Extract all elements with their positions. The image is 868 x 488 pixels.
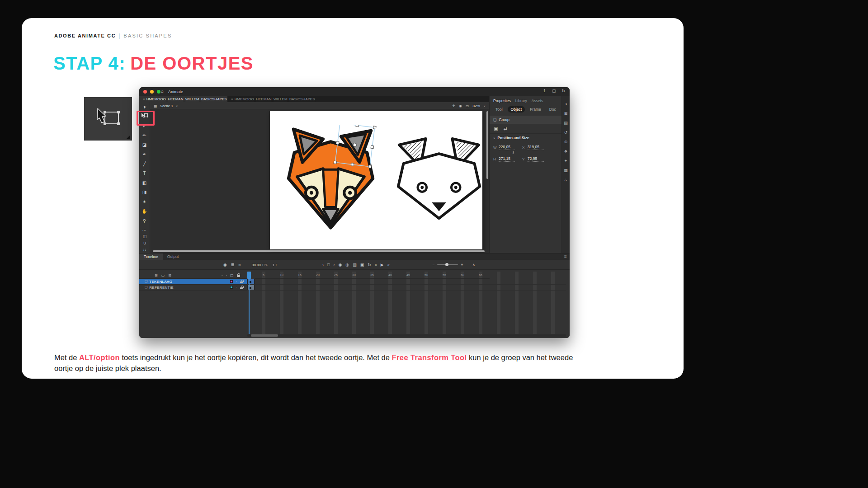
close-window-button[interactable] xyxy=(143,90,147,94)
info-icon[interactable]: ⊕ xyxy=(564,140,568,144)
properties-subtab[interactable]: Tool xyxy=(492,106,506,113)
delete-layer-icon[interactable]: ⊠ xyxy=(168,273,171,277)
home-icon[interactable]: ⌂ xyxy=(161,89,164,94)
edit-multiple-frames-icon[interactable]: ▥ xyxy=(353,263,357,267)
lock-column-icon[interactable] xyxy=(237,274,240,277)
sync-icon[interactable]: ↻ xyxy=(561,89,565,93)
TEKENLAAG[interactable]: ❏ TEKENLAAG ∙ xyxy=(139,279,247,285)
layer-depth-icon[interactable]: ≣ xyxy=(231,263,235,267)
timeline-tab[interactable]: Output xyxy=(163,253,184,260)
text-tool-icon[interactable]: T xyxy=(141,171,149,176)
camera-icon[interactable]: ◉ xyxy=(223,263,227,267)
play-icon[interactable]: ▶ xyxy=(381,263,384,267)
scene-label[interactable]: Scene 1 xyxy=(160,104,173,108)
paint-bucket-tool-icon[interactable]: ◧ xyxy=(141,180,149,186)
frame-row-referentie[interactable] xyxy=(247,285,566,291)
properties-subtab[interactable]: Doc xyxy=(546,106,559,113)
share-icon[interactable]: ↥ xyxy=(542,89,546,93)
asset-warp-tool-icon[interactable]: ✶ xyxy=(141,199,149,205)
canvas-vertical-scrollbar[interactable] xyxy=(486,111,488,179)
width-value-field[interactable]: 220,05 xyxy=(499,145,515,150)
onion-skin-icon[interactable]: ◉ xyxy=(338,263,342,267)
app-menu-animate[interactable]: Animate xyxy=(168,89,183,94)
zoom-chevron-icon[interactable]: ∨ xyxy=(484,104,486,108)
layer-visibility-dot-icon[interactable]: ∙ xyxy=(236,280,237,283)
swap-symbol-icon[interactable]: ⇄ xyxy=(503,126,507,131)
components-icon[interactable]: ▦ xyxy=(564,169,568,173)
camera-column-icon[interactable]: ◦ xyxy=(222,273,223,277)
height-value-field[interactable]: 271,15 xyxy=(499,156,515,162)
canvas-horizontal-scrollbar[interactable] xyxy=(153,250,485,252)
timeline-panel-menu-icon[interactable]: ≣ xyxy=(564,254,567,258)
position-size-section-header[interactable]: ∨ Position and Size xyxy=(490,134,561,142)
swatches-icon[interactable]: ❖ xyxy=(564,150,567,154)
zoom-tool-icon[interactable]: ⚲ xyxy=(141,218,149,224)
layer-outline-color-swatch[interactable] xyxy=(230,280,233,283)
timeline-scrollbar-track[interactable] xyxy=(247,334,566,337)
close-tab-icon[interactable]: × xyxy=(231,97,233,101)
panel-tab[interactable]: Library xyxy=(515,99,527,103)
libraries-icon[interactable]: ▤ xyxy=(564,121,568,125)
insert-frame-icon[interactable]: □ xyxy=(327,263,330,267)
timeline-zoom-out-icon[interactable]: − xyxy=(432,263,434,267)
layer-name[interactable]: REFERENTIE xyxy=(149,286,174,290)
snap-to-objects-icon[interactable]: ∪ xyxy=(143,241,146,245)
timeline-scrollbar-thumb[interactable] xyxy=(251,334,278,337)
brush-library-icon[interactable]: ✦ xyxy=(564,159,568,163)
new-layer-icon[interactable]: ⊞ xyxy=(155,273,158,277)
clip-content-icon[interactable]: ▭ xyxy=(466,104,469,108)
y-value-field[interactable]: 72,95 xyxy=(528,156,544,162)
line-tool-icon[interactable]: ╱ xyxy=(141,161,149,167)
maximize-window-button[interactable] xyxy=(157,90,160,94)
camera-preview-icon[interactable]: ◉ xyxy=(459,104,462,108)
frame-picker-icon[interactable]: ∴ xyxy=(565,178,567,182)
hand-tool-icon[interactable]: ✋ xyxy=(141,209,149,214)
close-tab-icon[interactable]: × xyxy=(143,97,145,101)
new-folder-icon[interactable]: ▭ xyxy=(161,273,165,277)
properties-subtab[interactable]: Object xyxy=(508,106,525,113)
next-keyframe-icon[interactable]: › xyxy=(333,263,335,267)
more-tools-icon[interactable]: ⋯ xyxy=(141,228,149,233)
zoom-level-value[interactable]: 82% xyxy=(473,104,480,108)
minimize-window-button[interactable] xyxy=(150,90,154,94)
classic-brush-tool-icon[interactable]: ✏ xyxy=(141,133,149,138)
stage[interactable] xyxy=(270,111,482,249)
scene-chevron-icon[interactable]: ∨ xyxy=(176,104,178,108)
outline-column-icon[interactable]: ▢ xyxy=(230,273,234,277)
keyframe-span-icon[interactable]: ▣ xyxy=(360,263,364,267)
panel-tab[interactable]: Assets xyxy=(532,99,543,103)
object-drawing-toggle-icon[interactable]: ◫ xyxy=(143,235,147,239)
onion-skin-outlines-icon[interactable]: ◎ xyxy=(345,263,349,267)
layer-lock-icon[interactable] xyxy=(240,286,243,289)
toolbar-options-icon[interactable]: ∷ xyxy=(143,248,146,252)
color-icon[interactable]: ◑ xyxy=(565,102,567,106)
document-tab[interactable]: × HMEMOOO_HEEMAN_WILLEM_BASICSHAPES_FINI… xyxy=(227,96,316,102)
layer-name[interactable]: TEKENLAAG xyxy=(149,280,172,284)
timeline-zoom-slider[interactable] xyxy=(437,264,458,265)
visibility-column-icon[interactable]: ∙ xyxy=(226,273,227,277)
center-frame-icon[interactable]: ✛ xyxy=(452,104,455,108)
history-icon[interactable]: ↺ xyxy=(564,131,568,135)
step-forward-icon[interactable]: » xyxy=(387,263,390,267)
layer-lock-icon[interactable] xyxy=(240,280,243,283)
pen-tool-icon[interactable]: ✒ xyxy=(141,152,149,157)
workspace-icon[interactable]: ▢ xyxy=(552,89,556,93)
current-frame-value[interactable]: 1 xyxy=(273,263,274,267)
break-apart-icon[interactable]: ▣ xyxy=(494,126,498,131)
REFERENTIE[interactable]: ❏ REFERENTIE ∙ xyxy=(139,285,247,291)
timeline-tab[interactable]: Timeline xyxy=(139,253,163,260)
timeline-zoom-slider-knob[interactable] xyxy=(445,263,448,266)
align-icon[interactable]: ⊞ xyxy=(564,112,568,116)
ink-bottle-tool-icon[interactable]: ◨ xyxy=(141,190,149,195)
timeline-frames-area[interactable]: 5101520253035404550556065 xyxy=(247,272,566,334)
document-tab[interactable]: × HMEMOOO_HEEMAN_WILLEM_BASICSHAPES.fla* xyxy=(139,96,227,102)
timeline-zoom-in-icon[interactable]: + xyxy=(461,263,463,267)
eraser-tool-icon[interactable]: ◪ xyxy=(141,142,149,148)
prev-keyframe-icon[interactable]: ‹ xyxy=(322,263,324,267)
fps-value[interactable]: 30.00 xyxy=(252,263,261,267)
x-value-field[interactable]: 319,05 xyxy=(528,145,544,150)
frame-row-tekenlaag[interactable] xyxy=(247,279,566,285)
link-width-height-icon[interactable]: ∞ xyxy=(511,151,515,154)
properties-subtab[interactable]: Frame xyxy=(527,106,544,113)
step-back-icon[interactable]: « xyxy=(375,263,377,267)
